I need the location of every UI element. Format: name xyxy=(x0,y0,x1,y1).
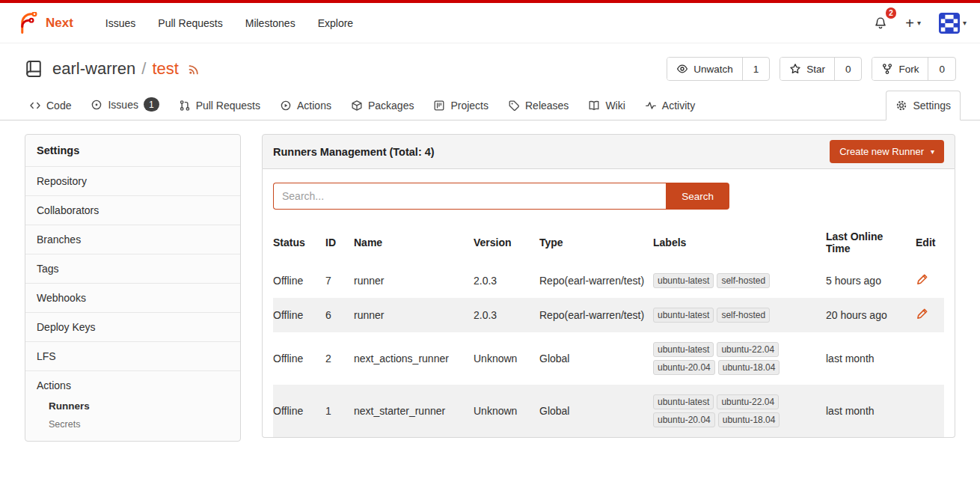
tab-projects[interactable]: Projects xyxy=(423,91,498,120)
edit-runner-button[interactable] xyxy=(916,308,928,320)
label-chip: ubuntu-22.04 xyxy=(717,342,779,357)
column-header-status: Status xyxy=(273,222,325,263)
tab-label: Activity xyxy=(662,100,695,112)
sidebar-item-lfs[interactable]: LFS xyxy=(25,341,240,370)
navbar-item-milestones[interactable]: Milestones xyxy=(236,10,305,36)
runner-status: Offline xyxy=(273,332,325,385)
sidebar-item-actions[interactable]: Actions xyxy=(25,379,240,397)
create-runner-button[interactable]: Create new Runner ▾ xyxy=(830,140,944,163)
create-runner-label: Create new Runner xyxy=(839,146,924,157)
star-button[interactable]: Star xyxy=(780,58,834,80)
search-input[interactable] xyxy=(273,183,666,210)
runner-name: runner xyxy=(354,263,474,298)
tab-pull-requests[interactable]: Pull Requests xyxy=(169,91,270,120)
tab-label: Wiki xyxy=(605,100,625,112)
runner-id: 2 xyxy=(325,332,354,385)
star-label: Star xyxy=(806,64,825,75)
runner-type: Global xyxy=(539,385,653,437)
runner-name: runner xyxy=(354,298,474,332)
navbar-item-explore[interactable]: Explore xyxy=(308,10,363,36)
tab-code[interactable]: Code xyxy=(19,91,81,120)
runners-panel: Runners Management (Total: 4) Create new… xyxy=(262,134,955,438)
avatar xyxy=(939,13,960,34)
tab-label: Pull Requests xyxy=(196,100,260,112)
runner-type: Repo(earl-warren/test) xyxy=(539,298,653,332)
sidebar-item-secrets[interactable]: Secrets xyxy=(25,415,240,433)
repo-action-buttons: Unwatch 1 Star 0 xyxy=(667,57,956,81)
sidebar-item-collaborators[interactable]: Collaborators xyxy=(25,195,240,225)
forks-count[interactable]: 0 xyxy=(928,58,955,80)
pulse-icon xyxy=(645,100,657,112)
runner-labels: ubuntu-latest ubuntu-22.04 ubuntu-20.04 … xyxy=(653,394,799,427)
tab-actions[interactable]: Actions xyxy=(270,91,341,120)
runner-labels: ubuntu-latest ubuntu-22.04 ubuntu-20.04 … xyxy=(653,342,799,375)
column-header-type: Type xyxy=(539,222,653,263)
navbar-item-issues[interactable]: Issues xyxy=(96,10,145,36)
sidebar-item-runners[interactable]: Runners xyxy=(25,397,240,415)
stars-count[interactable]: 0 xyxy=(834,58,862,80)
label-chip: ubuntu-latest xyxy=(653,342,714,357)
search-button[interactable]: Search xyxy=(666,183,729,210)
notifications-button[interactable]: 2 xyxy=(872,13,889,33)
tab-label: Projects xyxy=(450,100,489,112)
tab-settings[interactable]: Settings xyxy=(886,91,961,120)
tab-activity[interactable]: Activity xyxy=(635,91,705,120)
sidebar-item-deploy-keys[interactable]: Deploy Keys xyxy=(25,312,240,341)
label-chip: self-hosted xyxy=(717,273,770,288)
project-board-icon xyxy=(433,100,445,112)
sidebar-item-repository[interactable]: Repository xyxy=(25,166,240,195)
label-chip: ubuntu-latest xyxy=(653,273,714,288)
edit-runner-button[interactable] xyxy=(916,273,928,286)
fork-button[interactable]: Fork xyxy=(872,58,928,80)
label-chip: ubuntu-latest xyxy=(653,308,714,323)
sidebar-item-webhooks[interactable]: Webhooks xyxy=(25,283,240,312)
table-row: Offline 6 runner 2.0.3 Repo(earl-warren/… xyxy=(273,298,944,332)
runner-last-online: 5 hours ago xyxy=(826,263,916,298)
brand-text: Next xyxy=(46,16,73,31)
column-header-id: ID xyxy=(325,222,354,263)
tab-label: Releases xyxy=(525,100,569,112)
repo-title: earl-warren / test xyxy=(52,59,179,79)
fork-label: Fork xyxy=(898,64,919,75)
runner-last-online: 20 hours ago xyxy=(826,298,916,332)
sidebar-item-branches[interactable]: Branches xyxy=(25,225,240,254)
runner-id: 6 xyxy=(325,298,354,332)
forgejo-home-link[interactable]: Next xyxy=(12,9,78,37)
code-icon xyxy=(29,100,41,112)
runner-search: Search xyxy=(273,183,729,210)
navbar-item-pull-requests[interactable]: Pull Requests xyxy=(148,10,232,36)
tab-label: Packages xyxy=(368,100,414,112)
label-chip: ubuntu-latest xyxy=(653,394,714,409)
column-header-version: Version xyxy=(474,222,539,263)
forgejo-logo-icon xyxy=(16,12,39,34)
plus-icon: + xyxy=(905,16,914,31)
runner-type: Global xyxy=(539,332,653,385)
runner-version: Unknown xyxy=(474,385,539,437)
repo-icon xyxy=(24,59,43,79)
rss-feed-icon[interactable] xyxy=(188,62,201,76)
tab-packages[interactable]: Packages xyxy=(341,91,423,120)
tab-issues[interactable]: Issues 1 xyxy=(81,88,168,120)
create-new-menu-button[interactable]: + ▾ xyxy=(904,13,922,34)
tab-wiki[interactable]: Wiki xyxy=(578,91,634,120)
table-header-row: Status ID Name Version Type Labels Last … xyxy=(273,222,944,263)
runner-status: Offline xyxy=(273,385,325,437)
sidebar-item-tags[interactable]: Tags xyxy=(25,254,240,283)
tab-label: Issues xyxy=(108,99,138,111)
issues-count-badge: 1 xyxy=(144,97,159,112)
issue-icon xyxy=(91,99,102,111)
unwatch-label: Unwatch xyxy=(693,64,733,75)
unwatch-button[interactable]: Unwatch xyxy=(667,58,742,80)
watchers-count[interactable]: 1 xyxy=(742,58,770,80)
repo-name-link[interactable]: test xyxy=(152,59,178,79)
user-menu-button[interactable]: ▾ xyxy=(937,10,968,37)
runner-version: Unknown xyxy=(474,332,539,385)
star-button-group: Star 0 xyxy=(780,57,862,81)
runner-version: 2.0.3 xyxy=(474,263,539,298)
settings-sidebar: Settings Repository Collaborators Branch… xyxy=(25,134,241,442)
play-circle-icon xyxy=(280,100,292,112)
runner-type: Repo(earl-warren/test) xyxy=(539,263,653,298)
repo-tab-bar: Code Issues 1 Pull Requests Actions xyxy=(0,88,980,120)
tab-releases[interactable]: Releases xyxy=(498,91,578,120)
repo-owner-link[interactable]: earl-warren xyxy=(52,59,135,79)
